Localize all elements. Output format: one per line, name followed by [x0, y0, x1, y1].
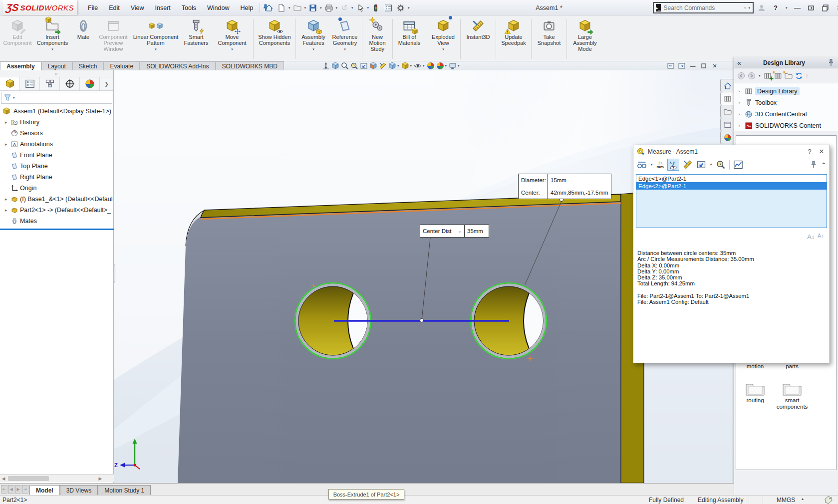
next-tab-button[interactable]: ▶ — [15, 485, 21, 494]
restore-button[interactable] — [807, 3, 816, 12]
add-file-location-icon[interactable]: ✷ — [774, 72, 782, 80]
new-document-icon[interactable] — [276, 2, 287, 14]
tab-model[interactable]: Model — [29, 485, 60, 495]
measure-dialog-titlebar[interactable]: Measure - Assem1 ? ✕ — [633, 145, 830, 158]
tab-design-library[interactable] — [720, 92, 734, 105]
library-item-solidworks-content[interactable]: › SOLIDWORKS Content — [734, 120, 838, 131]
tree-item-origin[interactable]: Origin — [0, 183, 113, 194]
projected-on-screen-icon[interactable] — [696, 160, 706, 170]
view-settings-icon[interactable]: ▾ — [449, 62, 460, 70]
tabs-overflow-arrow[interactable]: ❯ — [100, 77, 113, 90]
doc-minimize-icon[interactable]: — — [689, 62, 696, 69]
filter-dropdown[interactable]: ▾ — [13, 96, 15, 100]
tab-3d-views[interactable]: 3D Views — [60, 485, 98, 495]
tab-assembly[interactable]: Assembly — [0, 61, 41, 70]
ribbon-component-preview-window[interactable]: Component Preview Window — [95, 17, 132, 61]
units-icon[interactable]: inmm — [657, 161, 664, 169]
zoom-to-fit-icon[interactable] — [322, 62, 330, 70]
decrease-font-icon[interactable]: A↕ — [818, 233, 824, 241]
ribbon-linear-component-pattern[interactable]: Linear Component Pattern▾ — [132, 17, 180, 61]
select-icon[interactable] — [354, 2, 366, 14]
measure-help-button[interactable]: ? — [805, 147, 814, 156]
close-button[interactable]: ✕ — [835, 3, 838, 12]
ribbon-edit-component[interactable]: Edit Component — [2, 17, 33, 61]
options-dropdown[interactable]: ▾ — [408, 6, 410, 10]
measure-selection-list[interactable]: Edge<1>@Part2-1 Edge<2>@Part2-1 — [636, 174, 827, 228]
menu-insert[interactable]: Insert — [150, 4, 176, 11]
ribbon-assembly-features[interactable]: Assembly Features▾ — [297, 17, 329, 61]
help-dropdown[interactable]: ▾ — [786, 6, 788, 10]
edit-appearance-icon[interactable] — [427, 62, 435, 70]
expand-arrow[interactable]: › — [736, 100, 742, 105]
apply-scene-icon[interactable]: ▾ — [436, 62, 448, 70]
scroll-left-arrow[interactable]: ◀ — [0, 476, 7, 481]
tab-configurationmanager[interactable] — [40, 77, 60, 90]
projection-dropdown[interactable]: ▾ — [710, 163, 712, 167]
expand-arrow[interactable]: ▸ — [3, 197, 9, 202]
search-commands-box[interactable]: ▸_ ▾ — [653, 2, 754, 13]
options-gear-icon[interactable] — [395, 2, 407, 14]
file-properties-icon[interactable] — [382, 2, 394, 14]
last-tab-button[interactable]: ⇥ — [22, 485, 28, 494]
graphics-splitter-handle[interactable] — [114, 264, 115, 283]
previous-view-icon[interactable] — [360, 62, 368, 70]
menu-tools[interactable]: Tools — [176, 4, 202, 11]
folder-routing[interactable]: routing — [737, 381, 773, 404]
ribbon-bill-of-materials[interactable]: Bill of Materials — [394, 17, 424, 61]
ribbon-new-motion-study[interactable]: New Motion Study — [364, 17, 391, 61]
save-icon[interactable] — [307, 2, 319, 14]
expand-arrow[interactable]: › — [736, 123, 742, 128]
diameter-callout[interactable]: Diameter: 15mm Center: 42mm,85mm,-17.5mm — [518, 174, 611, 199]
tree-item-assembly-root[interactable]: Assem1 (Default<Display State-1>) — [0, 106, 113, 117]
measurement-history-icon[interactable] — [716, 160, 726, 170]
ribbon-exploded-view[interactable]: Exploded View▾ — [428, 17, 459, 61]
doc-close-icon[interactable]: ✕ — [711, 62, 718, 69]
first-tab-button[interactable]: ⇤ — [1, 485, 7, 494]
tree-item-history[interactable]: ▸ History — [0, 117, 113, 128]
refresh-icon[interactable] — [795, 72, 803, 80]
ribbon-large-assembly-mode[interactable]: Large Assembly Mode — [568, 17, 601, 61]
new-dropdown[interactable]: ▾ — [288, 6, 290, 10]
undo-icon[interactable]: ↺ — [338, 2, 350, 14]
tab-solidworks-add-ins[interactable]: SOLIDWORKS Add-Ins — [140, 61, 215, 70]
minimize-button[interactable]: — — [793, 3, 802, 12]
tab-solidworks-mbd[interactable]: SOLIDWORKS MBD — [216, 61, 284, 70]
tree-item-annotations[interactable]: ▸ Annotations — [0, 139, 113, 150]
tree-filter-box[interactable]: ▾ — [1, 92, 112, 104]
tab-featuremanager-tree[interactable] — [0, 77, 20, 90]
print-icon[interactable] — [323, 2, 335, 14]
center-distance-callout[interactable]: Center Dist⌄ 35mm — [420, 225, 489, 238]
tab-dimxpertmanager[interactable] — [60, 77, 80, 90]
add-to-library-icon[interactable]: ✚ — [764, 72, 772, 80]
selection-edge-2[interactable]: Edge<2>@Part2-1 — [636, 182, 827, 190]
tab-motion-study-1[interactable]: Motion Study 1 — [98, 485, 151, 495]
zoom-to-area-icon[interactable] — [331, 62, 339, 70]
doc-restore-icon[interactable] — [700, 62, 707, 69]
ribbon-move-component[interactable]: Move Component▾ — [213, 17, 252, 61]
measure-dialog[interactable]: Measure - Assem1 ? ✕ ▾ inmm ▾ ⌃ Edge<1>@… — [633, 145, 830, 363]
back-icon[interactable] — [737, 72, 745, 80]
ribbon-instant3d[interactable]: Instant3D — [462, 17, 494, 61]
tree-item-top-plane[interactable]: Top Plane — [0, 161, 113, 172]
print-dropdown[interactable]: ▾ — [336, 6, 338, 10]
menu-edit[interactable]: Edit — [103, 4, 125, 11]
menu-file[interactable]: File — [82, 4, 103, 11]
tab-evaluate[interactable]: Evaluate — [103, 61, 140, 70]
ribbon-update-speedpak[interactable]: Update Speedpak — [498, 17, 530, 61]
hide-show-items-icon[interactable]: ▾ — [414, 62, 425, 70]
create-new-folder-icon[interactable]: ✷ — [785, 72, 793, 80]
rebuild-icon[interactable] — [370, 2, 382, 14]
arc-circle-measure-icon[interactable] — [637, 160, 647, 170]
pin-icon[interactable] — [827, 59, 835, 67]
open-dropdown[interactable]: ▾ — [304, 6, 306, 10]
tab-displaymanager[interactable] — [80, 77, 100, 90]
selection-edge-1[interactable]: Edge<1>@Part2-1 — [636, 175, 827, 182]
ribbon-insert-components[interactable]: Insert Components▾ — [33, 17, 72, 61]
tree-item-right-plane[interactable]: Right Plane — [0, 172, 113, 183]
expand-arrow[interactable]: › — [736, 112, 742, 117]
search-icon[interactable] — [744, 4, 746, 12]
tab-propertymanager[interactable] — [20, 77, 40, 90]
forward-icon[interactable] — [748, 72, 756, 80]
tab-sketch[interactable]: Sketch — [72, 61, 104, 70]
user-account-icon[interactable] — [757, 3, 766, 12]
